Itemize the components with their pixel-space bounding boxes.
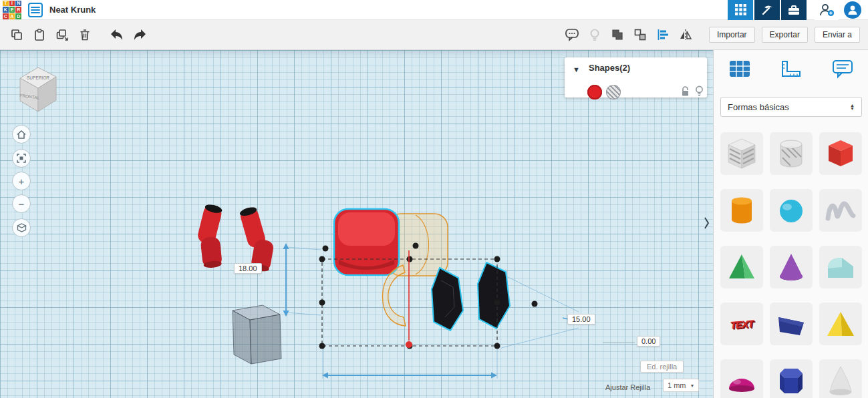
dark-shape-left[interactable] xyxy=(432,268,463,331)
perspective-icon xyxy=(17,223,27,232)
import-button[interactable]: Importar xyxy=(709,27,755,43)
dimension-field-height[interactable]: 18.00 xyxy=(234,263,262,274)
group-button[interactable] xyxy=(606,23,629,46)
fit-view-icon xyxy=(17,154,26,163)
shape-tile-cylinder[interactable] xyxy=(720,189,763,232)
shape-tile-pyramid[interactable] xyxy=(720,246,763,288)
show-all-button[interactable] xyxy=(583,23,606,46)
pyramid-icon xyxy=(723,248,760,286)
home-view-button[interactable] xyxy=(12,125,31,144)
selection-handle[interactable] xyxy=(494,256,500,262)
fit-view-button[interactable] xyxy=(12,149,31,168)
shape-tile-pyramid-tall[interactable] xyxy=(819,303,862,345)
pickaxe-button[interactable] xyxy=(754,0,780,20)
shape-tile-box[interactable] xyxy=(819,132,862,175)
dashboard-button[interactable] xyxy=(728,0,753,20)
undo-button[interactable] xyxy=(106,23,128,46)
logo-letter: I xyxy=(9,1,15,7)
redo-button[interactable] xyxy=(128,23,151,46)
selection-handle[interactable] xyxy=(323,246,329,252)
workplane-button[interactable] xyxy=(725,55,754,82)
snap-grid-label: Ajustar Rejilla xyxy=(605,383,650,391)
lightbulb-icon xyxy=(589,28,601,41)
shape-tile-polygon-prism[interactable] xyxy=(770,359,813,398)
main: SUPERIOR FRONTAL xyxy=(0,50,868,398)
chevron-right-icon xyxy=(704,216,710,230)
ungroup-button[interactable] xyxy=(629,23,652,46)
shape-tile-wedge[interactable] xyxy=(770,303,813,345)
view-cube-top-label: SUPERIOR xyxy=(27,75,49,80)
selection-handle[interactable] xyxy=(319,256,325,262)
dimension-field-elevation[interactable]: 0.00 xyxy=(637,336,660,347)
shape-tile-cone[interactable] xyxy=(770,246,813,288)
selection-handle[interactable] xyxy=(319,300,325,306)
panel-collapse-icon[interactable]: ▼ xyxy=(573,65,580,73)
align-icon xyxy=(656,28,670,41)
shape-tile-half-sphere[interactable] xyxy=(720,359,763,398)
duplicate-button[interactable] xyxy=(51,23,74,46)
tinkercad-app: T I N K E R C A D Neat Krunk xyxy=(0,0,868,398)
ruler-button[interactable] xyxy=(776,55,806,82)
cylinder-hole-icon xyxy=(772,135,810,172)
duplicate-icon xyxy=(55,28,69,41)
design-menu-button[interactable] xyxy=(28,3,43,17)
shape-category-value: Formas básicas xyxy=(728,102,850,112)
shape-tile-cylinder-hole[interactable] xyxy=(770,132,813,175)
color-swatch-solid[interactable] xyxy=(587,85,602,100)
selection-handle[interactable] xyxy=(494,343,500,349)
zoom-in-button[interactable]: + xyxy=(12,172,31,190)
zoom-out-button[interactable]: − xyxy=(12,194,31,213)
shape-tile-roof[interactable] xyxy=(819,246,862,288)
shape-tile-paraboloid[interactable] xyxy=(819,359,862,398)
shape-category-select[interactable]: Formas básicas ▲▼ xyxy=(720,97,862,117)
mirror-button[interactable] xyxy=(674,23,697,46)
export-button[interactable]: Exportar xyxy=(762,27,808,43)
selection-handle[interactable] xyxy=(413,243,419,249)
delete-button[interactable] xyxy=(74,23,96,46)
edit-grid-button[interactable]: Ed. rejilla xyxy=(640,361,684,373)
notes-button[interactable] xyxy=(828,55,857,82)
copy-button[interactable] xyxy=(5,23,28,46)
selection-handle[interactable] xyxy=(532,301,538,307)
transparent-box[interactable] xyxy=(233,305,281,364)
avatar[interactable] xyxy=(844,1,861,19)
shape-tile-sphere[interactable] xyxy=(770,189,813,232)
mirror-icon xyxy=(678,28,693,41)
invite-button[interactable] xyxy=(815,0,839,20)
logo-letter: E xyxy=(9,7,15,13)
dark-shape-right[interactable] xyxy=(478,262,510,329)
align-button[interactable] xyxy=(652,23,674,46)
snap-grid-select[interactable]: 1 mm ▼ xyxy=(663,379,699,392)
view-cube[interactable]: SUPERIOR FRONTAL xyxy=(19,67,56,112)
visibility-button[interactable] xyxy=(691,83,707,99)
redo-icon xyxy=(132,28,147,41)
shape-tile-text[interactable]: TEXT xyxy=(720,303,763,345)
send-to-button[interactable]: Enviar a xyxy=(815,27,860,43)
group-icon xyxy=(611,28,624,41)
half-sphere-icon xyxy=(723,362,760,398)
shape-tile-box-hole[interactable] xyxy=(720,132,763,175)
tinkercad-logo[interactable]: T I N K E R C A D xyxy=(3,1,21,19)
color-swatch-hole[interactable] xyxy=(606,85,621,100)
workplane-icon xyxy=(728,59,752,79)
person-icon xyxy=(847,4,859,16)
snap-grid-value: 1 mm xyxy=(668,381,686,389)
selection-handle[interactable] xyxy=(494,300,500,306)
red-rounded-cube[interactable] xyxy=(334,209,399,275)
selection-handle[interactable] xyxy=(407,256,413,262)
selection-handle[interactable] xyxy=(319,343,325,349)
panel-collapse-handle[interactable] xyxy=(701,213,712,233)
shape-tile-scribble[interactable] xyxy=(819,189,862,232)
viewport-3d[interactable]: SUPERIOR FRONTAL xyxy=(0,50,713,398)
dimension-field-depth[interactable]: 15.00 xyxy=(567,314,595,325)
briefcase-button[interactable] xyxy=(781,0,807,20)
scene-canvas: SUPERIOR FRONTAL xyxy=(0,50,713,398)
paste-button[interactable] xyxy=(28,23,51,46)
logo-letter: N xyxy=(15,1,21,7)
perspective-toggle-button[interactable] xyxy=(12,218,31,237)
box-icon xyxy=(822,135,859,172)
bulb-icon xyxy=(695,85,704,97)
trash-icon xyxy=(78,28,92,41)
red-cylinder-left[interactable] xyxy=(196,203,223,268)
comment-button[interactable] xyxy=(561,23,583,46)
